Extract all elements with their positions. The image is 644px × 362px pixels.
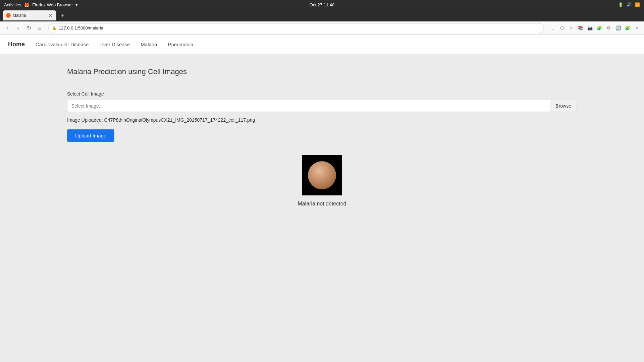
- menu-button[interactable]: ≡: [633, 24, 641, 33]
- sys-icon-1: 🔋: [618, 2, 623, 7]
- url-bar[interactable]: 🔒 127.0.0.1:5000/malaria: [48, 23, 544, 33]
- new-tab-button[interactable]: +: [58, 11, 67, 20]
- cell-circle-visual: [308, 161, 336, 189]
- nav-link-malaria[interactable]: Malaria: [141, 42, 157, 47]
- tab-favicon: 🦟: [6, 13, 11, 18]
- browser-label[interactable]: Firefox Web Browser: [32, 2, 73, 7]
- nav-link-cardiovascular[interactable]: Cardiovascular Disease: [36, 42, 89, 47]
- tab-bar: 🦟 Malaria ✕ +: [0, 9, 644, 21]
- screenshot-button[interactable]: 📷: [586, 24, 594, 33]
- forward-button[interactable]: ›: [13, 23, 23, 33]
- tab-close-button[interactable]: ✕: [48, 13, 53, 18]
- section-label: Select Cell Image: [67, 91, 577, 97]
- reload-button[interactable]: ↻: [24, 23, 34, 33]
- file-input-row: Browse: [67, 100, 577, 112]
- browser-toolbar-right: … ⬡ ☆ 📚 📷 🧩 ⚙ 🔄 🧩 ≡: [548, 24, 641, 33]
- image-uploaded-text: Image Uploaded: C47P8thinOriginalOlympus…: [67, 117, 577, 123]
- url-text: 127.0.0.1:5000/malaria: [59, 25, 103, 31]
- pocket-button[interactable]: ⬡: [557, 24, 566, 33]
- more-button[interactable]: …: [548, 24, 557, 33]
- container-button[interactable]: 🧩: [595, 24, 604, 33]
- tab-title: Malaria: [13, 13, 26, 18]
- result-text: Malaria not detected: [298, 201, 346, 207]
- sys-icon-3: 📶: [635, 2, 640, 7]
- browse-button[interactable]: Browse: [550, 100, 577, 112]
- active-tab[interactable]: 🦟 Malaria ✕: [3, 10, 56, 20]
- extensions-button[interactable]: ⚙: [604, 24, 613, 33]
- cell-image: [302, 155, 342, 195]
- sync-button[interactable]: 🔄: [614, 24, 623, 33]
- back-button[interactable]: ‹: [3, 23, 12, 33]
- page-content: Malaria Prediction using Cell Images Sel…: [0, 54, 644, 362]
- nav-bar: ‹ › ↻ ⌂ 🔒 127.0.0.1:5000/malaria … ⬡ ☆ 📚…: [0, 21, 644, 35]
- lock-icon: 🔒: [52, 26, 57, 30]
- result-container: Malaria not detected: [67, 155, 577, 207]
- browser-content: Home Cardiovascular Disease Liver Diseas…: [0, 35, 644, 362]
- os-topbar-left: Activities 🦊 Firefox Web Browser ▾: [4, 2, 78, 7]
- divider: [67, 83, 577, 83]
- os-topbar: Activities 🦊 Firefox Web Browser ▾ Oct 2…: [0, 0, 644, 9]
- bookmarks-lib-button[interactable]: 📚: [576, 24, 585, 33]
- nav-home-link[interactable]: Home: [8, 41, 25, 48]
- nav-link-pneumonia[interactable]: Pneumonia: [168, 42, 193, 47]
- os-topbar-right: 🔋 🔊 📶: [618, 2, 640, 7]
- upload-image-button[interactable]: Upload Image: [67, 129, 114, 142]
- dropdown-arrow: ▾: [75, 2, 78, 7]
- firefox-icon: 🦊: [24, 2, 30, 7]
- os-topbar-center: Oct 27 11:40: [310, 2, 334, 7]
- bookmark-button[interactable]: ☆: [567, 24, 576, 33]
- sys-icon-2: 🔊: [627, 2, 632, 7]
- page-title: Malaria Prediction using Cell Images: [67, 67, 577, 76]
- datetime: Oct 27 11:40: [310, 2, 334, 7]
- app-navbar: Home Cardiovascular Disease Liver Diseas…: [0, 35, 644, 54]
- home-button[interactable]: ⌂: [35, 23, 44, 33]
- browser-chrome: 🦟 Malaria ✕ + ‹ › ↻ ⌂ 🔒 127.0.0.1:5000/m…: [0, 9, 644, 35]
- file-input-field[interactable]: [67, 100, 550, 112]
- addons-button[interactable]: 🧩: [623, 24, 632, 33]
- activities-label[interactable]: Activities: [4, 2, 21, 7]
- nav-link-liver[interactable]: Liver Disease: [99, 42, 130, 47]
